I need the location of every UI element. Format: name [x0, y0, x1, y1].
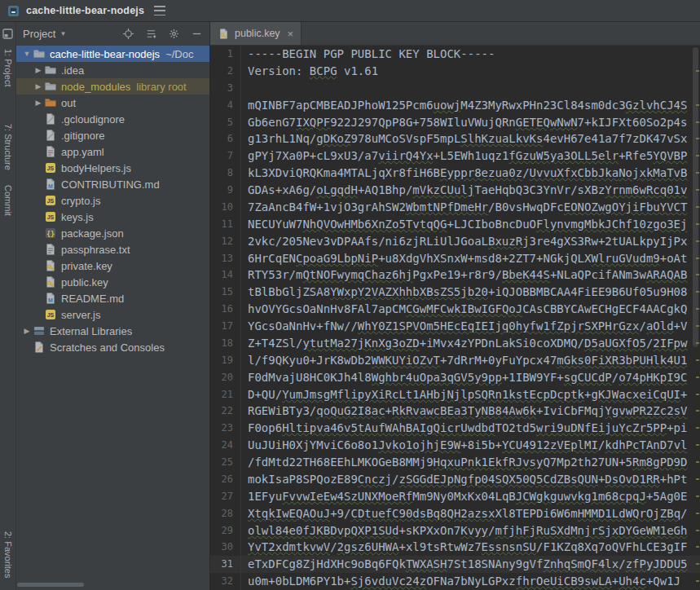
line-number[interactable]: 15: [210, 284, 240, 301]
app-icon[interactable]: [7, 5, 20, 17]
tree-item-package-json[interactable]: {}package.json: [16, 225, 209, 241]
scrollbar-thumb[interactable]: [693, 47, 698, 347]
code-line[interactable]: RTY53r/mQtNOFwymqChaz6hjPgxPe19+r8r9/Bbe…: [248, 266, 690, 284]
stripe-button-commit[interactable]: Commit: [3, 178, 13, 223]
editor-gutter[interactable]: 1234567891011121314151617181920212223242…: [210, 46, 241, 590]
chevron-down-icon[interactable]: ▼: [21, 50, 33, 58]
line-number[interactable]: 10: [210, 199, 240, 216]
line-number[interactable]: 1: [210, 46, 240, 63]
tree-item-scratches-and-consoles[interactable]: Scratches and Consoles: [16, 339, 209, 355]
line-number[interactable]: 17: [210, 318, 240, 335]
editor[interactable]: 1234567891011121314151617181920212223242…: [210, 46, 700, 590]
hamburger-menu-icon[interactable]: [154, 6, 165, 15]
code-line[interactable]: mokIsaP8SPQozE89Cnczj/zSGGdEJpNgfp04SQX5…: [248, 471, 690, 488]
tree-item-public-key[interactable]: public.key: [16, 274, 209, 290]
tree-item-private-key[interactable]: private.key: [16, 258, 209, 274]
line-number[interactable]: 32: [210, 573, 240, 590]
tree-item-app-yaml[interactable]: app.yaml: [16, 143, 209, 160]
chevron-right-icon[interactable]: ▶: [33, 99, 44, 107]
code-line[interactable]: 2vkc/205Nev3vDPAAfs/ni6zjRLiUlJGoaLBxuzR…: [248, 233, 690, 250]
tree-item-cache-little-bear-nodejs[interactable]: ▼cache-little-bear-nodejs~/Doc: [16, 46, 209, 62]
line-number[interactable]: 9: [210, 182, 240, 199]
code-line[interactable]: YvT2xdmtkvwV/2gsz6UHWA+xl9tsRtwWz7Essnsn…: [248, 539, 690, 556]
tree-item-server-js[interactable]: JSserver.js: [16, 306, 209, 323]
code-line[interactable]: NECUYuW7NhQVOwHMb6XnZo5TvtqQG+LJCIboBncD…: [248, 216, 690, 233]
line-number[interactable]: 12: [210, 233, 240, 250]
code-line[interactable]: g13rhL1Nq/gDKoZ978uMCoSVspF5mpLSlhKzuaLk…: [248, 130, 690, 148]
line-number[interactable]: 19: [210, 352, 240, 369]
line-number[interactable]: 23: [210, 420, 240, 437]
code-line[interactable]: mQINBF7apCMBEADJPhoW125Pcm6uowjM4Z3MyRwx…: [248, 97, 690, 114]
line-number[interactable]: 5: [210, 114, 240, 131]
editor-code[interactable]: -----BEGIN PGP PUBLIC KEY BLOCK-----Vers…: [248, 46, 690, 590]
tab-public-key[interactable]: public.key×: [210, 22, 302, 45]
code-line[interactable]: -----BEGIN PGP PUBLIC KEY BLOCK-----: [248, 46, 690, 63]
hide-icon[interactable]: [191, 28, 203, 40]
line-number[interactable]: 29: [210, 522, 240, 539]
line-number[interactable]: 14: [210, 266, 240, 284]
tree-item--gitignore[interactable]: .gitignore: [16, 127, 209, 143]
project-tool-icon[interactable]: [2, 28, 13, 38]
line-number[interactable]: 2: [210, 63, 240, 80]
line-number[interactable]: 11: [210, 216, 240, 233]
line-number[interactable]: 24: [210, 437, 240, 454]
code-line[interactable]: olwl84e0fJKBDvpQXP1SUd+sKPXxOn7Kvyy/mfjh…: [248, 522, 690, 539]
line-number[interactable]: 28: [210, 505, 240, 522]
line-number[interactable]: 31: [210, 556, 240, 573]
code-line[interactable]: 1EFyuFvvwIeEw4SzUNXMoeRfMm9Ny0MxKx04LqBJ…: [248, 488, 690, 505]
code-line[interactable]: [248, 80, 690, 97]
code-line[interactable]: l/f9QKyu0+JrK8wDb2WWKUYiOZvT+7dRrM+0yFuY…: [248, 352, 690, 369]
code-line[interactable]: GDAs+xA6g/oLgqdH+AQ1Bhp/mVkzCUuljTaeHqbQ…: [248, 182, 690, 199]
line-number[interactable]: 30: [210, 539, 240, 556]
tree-item-node-modules[interactable]: ▶node_moduleslibrary root: [16, 78, 209, 95]
code-line[interactable]: Gb6enG7IXQPF922J297QpP8G+758WIluVWujQRnG…: [248, 114, 690, 131]
code-line[interactable]: YGcsOaNnHv+fNw//WhY0Z1SPVOm5HEcEqIEIjq0h…: [248, 318, 690, 335]
code-line[interactable]: Z+T4ZSl/ytutMa27jKnXg3oZD+iMvx4zYPDnLakS…: [248, 335, 690, 352]
project-hscrollbar[interactable]: [16, 583, 209, 588]
tree-item-out[interactable]: ▶out: [16, 95, 209, 111]
line-number[interactable]: 4: [210, 97, 240, 114]
line-number[interactable]: 6: [210, 130, 240, 148]
tree-item-readme-md[interactable]: MREADME.md: [16, 290, 209, 306]
tree-item--idea[interactable]: ▶.idea: [16, 62, 209, 78]
code-line[interactable]: gPYj7Xa0P+cL9xU3/a7viirQ4Yx+L5EWh1uqz1fG…: [248, 148, 690, 165]
code-line[interactable]: tBlBbGljZSA8YWxpY2VAZXhhbXBsZS5jb20+iQJO…: [248, 284, 690, 301]
tree-item--gcloudignore[interactable]: .gcloudignore: [16, 111, 209, 127]
project-view-selector[interactable]: Project ▼: [23, 28, 66, 40]
line-number[interactable]: 18: [210, 335, 240, 352]
tree-item-crypto-js[interactable]: JScrypto.js: [16, 192, 209, 209]
line-number[interactable]: 26: [210, 471, 240, 488]
code-line[interactable]: eTxDFCg8ZjHdXHc9oBq6FQkTWXASH7St18SNAny9…: [248, 556, 690, 573]
locate-icon[interactable]: [122, 28, 134, 40]
line-number[interactable]: 7: [210, 148, 240, 165]
editor-vscrollbar[interactable]: [691, 46, 700, 590]
tree-item-bodyhelpers-js[interactable]: JSbodyHelpers.js: [16, 160, 209, 176]
tree-item-external-libraries[interactable]: ▶External Libraries: [16, 323, 209, 339]
line-number[interactable]: 13: [210, 250, 240, 267]
scrollbar-thumb[interactable]: [17, 583, 84, 587]
collapse-all-icon[interactable]: [145, 28, 157, 40]
chevron-right-icon[interactable]: ▶: [33, 82, 44, 90]
line-number[interactable]: 20: [210, 369, 240, 386]
code-line[interactable]: 7ZaAncB4fW+1vjO3grAhSW2WbmtNPfDmeHr/B0vs…: [248, 199, 690, 216]
code-line[interactable]: D+QU/YumJmsgMflipyXiRcLt1AHbjNjlpSQRn1ks…: [248, 386, 690, 403]
chevron-right-icon[interactable]: ▶: [33, 66, 44, 74]
code-line[interactable]: F0op6Hltipva46v5tAufWAhBAIgQicrUwdbdTO2t…: [248, 420, 690, 437]
tree-item-passphrase-txt[interactable]: passphrase.txt: [16, 241, 209, 258]
line-number[interactable]: 27: [210, 488, 240, 505]
code-line[interactable]: RGEWiBTy3/qoQuG2I8ac+RkRvawcBEa3TyNB84Aw…: [248, 403, 690, 420]
line-number[interactable]: 21: [210, 386, 240, 403]
line-number[interactable]: 3: [210, 80, 240, 97]
stripe-button----project[interactable]: 1: Project: [3, 42, 13, 94]
code-line[interactable]: u0m+0bLDM6PY1b+Sj6vduVc24zOFNa7bNyLGPxzf…: [248, 573, 690, 590]
line-number[interactable]: 8: [210, 165, 240, 182]
line-number[interactable]: 25: [210, 454, 240, 471]
code-line[interactable]: 6HrCqENCpoaG9LbpNiP+u8XdgVhXSnxW+msd8+2Z…: [248, 250, 690, 267]
tree-item-keys-js[interactable]: JSkeys.js: [16, 209, 209, 225]
chevron-right-icon[interactable]: ▶: [21, 327, 33, 335]
code-line[interactable]: kL3XDviQRQKma4MTALjqXr8fiH6BEyppr8ezua0z…: [248, 165, 690, 182]
close-icon[interactable]: ×: [288, 29, 294, 39]
code-line[interactable]: UuJUiH0XjYMviC6o8o1Jvko1ojhjE9W+8i5b+YCU…: [248, 437, 690, 454]
stripe-button----structure[interactable]: 7: Structure: [3, 117, 13, 178]
tree-item-contributing-md[interactable]: MCONTRIBUTING.md: [16, 176, 209, 192]
